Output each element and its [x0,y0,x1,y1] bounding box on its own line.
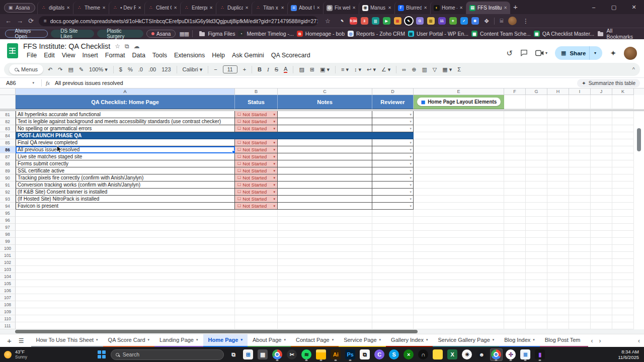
cell-checklist-item[interactable] [16,287,235,294]
bookmark-item[interactable]: ◎ Reports - Zoho CRM [348,31,405,37]
microsoft-store[interactable]: ⊞ [242,348,255,361]
cell-status[interactable] [235,224,278,231]
horizontal-scrollbar-thumb[interactable] [15,330,418,333]
cell-reviewer[interactable] [372,245,414,252]
browser-tab[interactable]: ∴ • Dev Pro ✕ [109,2,144,14]
cell-notes[interactable] [278,238,372,245]
extension-icon[interactable]: 3 [361,17,368,25]
cell-checklist-item[interactable] [16,301,235,308]
cell-e[interactable] [414,245,504,252]
cell-status[interactable] [235,245,278,252]
menu-item[interactable]: Help [208,51,228,60]
cell-status[interactable] [235,231,278,238]
menu-item[interactable]: Format [102,51,129,60]
cell-notes[interactable] [278,146,372,153]
cell-e[interactable] [414,315,504,322]
comments-icon[interactable] [520,49,528,58]
cell-reviewer[interactable] [372,266,414,273]
sheet-tab[interactable]: Service Page ▾ [339,334,386,347]
cell-checklist-item[interactable] [16,224,235,231]
cell-reviewer[interactable] [372,217,414,224]
bold-icon[interactable]: B [258,66,262,72]
cell-e[interactable] [414,231,504,238]
status-dropdown-icon[interactable]: ▾ [273,155,275,159]
cell-e[interactable] [414,182,504,189]
cell-reviewer[interactable]: ▾ [372,203,414,210]
apps-grid-icon[interactable]: ▦▦ [179,31,189,37]
sheets-logo-icon[interactable] [7,43,18,58]
cell-status[interactable]: ☐ Not Started ▾ [235,146,278,153]
bookmark-item[interactable]: Figma Files [199,31,235,37]
site-settings-icon[interactable]: ≡ [44,18,47,24]
cell-reviewer[interactable] [372,231,414,238]
chatgpt[interactable]: ✳ [461,348,473,361]
extension-icon[interactable]: 5:34 [350,17,357,25]
menu-item[interactable]: Ask Gemini [228,51,268,60]
row-header[interactable]: 108 [0,301,16,308]
cell-checklist-item[interactable]: Tracking pixels fire correctly (confirm … [16,174,235,182]
discord[interactable]: ☻ [475,348,488,361]
paint-format-icon[interactable]: ✎ [79,66,84,73]
sheet-tab[interactable]: Blog Post Tem [540,334,588,347]
cell-checklist-item[interactable] [16,315,235,322]
tab-close-icon[interactable]: ✕ [66,6,70,10]
column-header-e[interactable]: E [414,88,504,95]
cell-notes[interactable] [278,231,372,238]
cell-checklist-item[interactable]: Final QA review completed [16,139,235,146]
cell-reviewer[interactable] [372,259,414,266]
sheet-tab[interactable]: Home Page ▾ [203,334,248,347]
sticky-notes[interactable] [432,348,444,361]
cell-checklist-item[interactable] [16,308,235,315]
cell-notes[interactable] [278,167,372,174]
cell-reviewer[interactable] [372,287,414,294]
illustrator[interactable]: Ai [330,348,342,361]
row-header[interactable]: 91 [0,182,16,189]
print-icon[interactable]: ▤ [68,66,73,73]
sheet-tab[interactable]: Landing Page ▾ [154,334,203,347]
sheet-tab[interactable]: Gallery Index ▾ [386,334,433,347]
weather-widget[interactable]: 43°F Sunny [4,349,27,359]
cell-notes[interactable] [278,111,372,118]
cell-checklist-item[interactable] [16,252,235,259]
redo-icon[interactable]: ↷ [58,66,62,73]
cell-notes[interactable] [278,294,372,301]
cell-checklist-item[interactable] [16,266,235,273]
menu-item[interactable]: QA Scorecard [268,51,314,60]
row-header[interactable]: 89 [0,167,16,174]
reviewer-dropdown-icon[interactable]: ▾ [410,155,412,159]
cell-reviewer[interactable]: ▾ [372,139,414,146]
cell-status[interactable]: ☐ Not Started ▾ [235,182,278,189]
cell-status[interactable]: ☐ Not Started ▾ [235,160,278,167]
cell-notes[interactable] [278,118,372,125]
cell-status[interactable] [235,322,278,329]
browser-tab[interactable]: ∴ digitalspo ✕ [37,2,73,14]
cell-reviewer[interactable]: ▾ [372,118,414,125]
browser-profile-avatar[interactable] [508,17,517,25]
status-dropdown-icon[interactable]: ▾ [273,169,275,173]
bookmark-star-icon[interactable]: ☆ [325,18,331,25]
menu-item[interactable]: File [23,51,40,60]
bookmark-item[interactable]: ▦ User Portal - WP En... [408,31,468,37]
currency-icon[interactable]: $ [119,66,122,72]
chrome[interactable] [271,348,284,361]
row-header[interactable]: 97 [0,224,16,231]
capcut[interactable]: ⧉ [359,348,371,361]
name-box[interactable]: A86 ▾ [6,80,37,86]
clipchamp[interactable]: C [373,348,386,361]
sheet-tab-menu-icon[interactable]: ▾ [332,338,334,342]
horizontal-align-icon[interactable]: ≡ ▾ [341,66,349,73]
row-header[interactable]: 107 [0,294,16,301]
cell-reviewer[interactable]: ▾ [372,125,414,132]
column-header-d[interactable]: D [372,88,414,95]
side-search-icon[interactable]: ⌸ [500,18,503,24]
cell-reviewer[interactable] [372,322,414,329]
cell-status[interactable]: ☐ Not Started ▾ [235,125,278,132]
maximize-button[interactable]: ▢ [604,0,624,14]
cell-status[interactable]: ☐ Not Started ▾ [235,139,278,146]
cell-checklist-item[interactable]: All hyperlinks accurate and functional [16,111,235,118]
formula-input[interactable]: All previous issues resolved [55,80,123,86]
cell-e[interactable] [414,266,504,273]
excel[interactable]: X [446,348,459,361]
cell-e[interactable] [414,301,504,308]
cell-e[interactable] [414,196,504,203]
